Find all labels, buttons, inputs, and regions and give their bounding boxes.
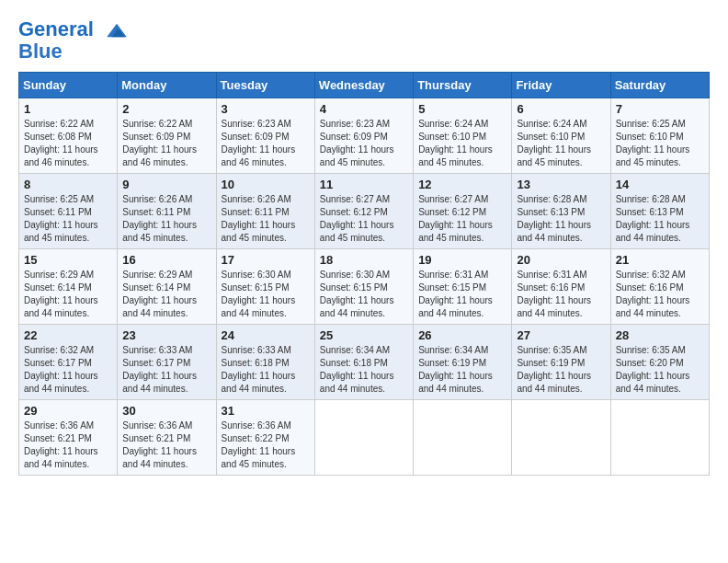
day-detail: Sunrise: 6:23 AMSunset: 6:09 PMDaylight:…: [320, 118, 408, 169]
day-number: 6: [517, 102, 605, 116]
day-detail: Sunrise: 6:33 AMSunset: 6:17 PMDaylight:…: [122, 344, 210, 396]
weekday-header-sunday: Sunday: [19, 73, 118, 98]
day-detail: Sunrise: 6:28 AMSunset: 6:13 PMDaylight:…: [616, 193, 704, 245]
calendar-cell: 16 Sunrise: 6:29 AMSunset: 6:14 PMDaylig…: [118, 249, 216, 325]
day-detail: Sunrise: 6:23 AMSunset: 6:09 PMDaylight:…: [222, 118, 310, 169]
day-number: 28: [616, 328, 704, 342]
day-number: 10: [222, 178, 310, 191]
logo: General Blue: [18, 18, 131, 63]
day-detail: Sunrise: 6:30 AMSunset: 6:15 PMDaylight:…: [320, 269, 408, 320]
day-number: 21: [616, 253, 704, 267]
calendar-cell: [512, 400, 610, 476]
day-number: 15: [24, 253, 112, 267]
calendar-cell: 2 Sunrise: 6:22 AMSunset: 6:09 PMDayligh…: [118, 98, 216, 174]
calendar-cell: 17 Sunrise: 6:30 AMSunset: 6:15 PMDaylig…: [216, 249, 314, 325]
day-detail: Sunrise: 6:34 AMSunset: 6:18 PMDaylight:…: [320, 344, 408, 396]
day-detail: Sunrise: 6:27 AMSunset: 6:12 PMDaylight:…: [320, 193, 408, 245]
day-number: 18: [320, 253, 408, 267]
page-header: General Blue: [18, 18, 710, 63]
weekday-header-friday: Friday: [512, 73, 610, 98]
day-detail: Sunrise: 6:29 AMSunset: 6:14 PMDaylight:…: [24, 269, 112, 320]
day-detail: Sunrise: 6:32 AMSunset: 6:16 PMDaylight:…: [616, 269, 704, 320]
calendar-cell: 8 Sunrise: 6:25 AMSunset: 6:11 PMDayligh…: [19, 174, 118, 249]
calendar-cell: 23 Sunrise: 6:33 AMSunset: 6:17 PMDaylig…: [118, 325, 216, 400]
calendar-cell: [610, 400, 709, 476]
day-number: 7: [616, 102, 704, 116]
calendar-cell: 14 Sunrise: 6:28 AMSunset: 6:13 PMDaylig…: [610, 174, 709, 249]
day-number: 12: [418, 178, 506, 191]
day-number: 26: [418, 328, 506, 342]
calendar-cell: 7 Sunrise: 6:25 AMSunset: 6:10 PMDayligh…: [610, 98, 709, 174]
weekday-header-thursday: Thursday: [414, 73, 512, 98]
day-number: 30: [122, 404, 210, 418]
day-number: 24: [222, 328, 310, 342]
day-detail: Sunrise: 6:36 AMSunset: 6:22 PMDaylight:…: [222, 419, 310, 471]
day-number: 23: [122, 328, 210, 342]
calendar-cell: [314, 400, 413, 476]
calendar-cell: 29 Sunrise: 6:36 AMSunset: 6:21 PMDaylig…: [19, 400, 118, 476]
calendar-cell: 10 Sunrise: 6:26 AMSunset: 6:11 PMDaylig…: [216, 174, 314, 249]
day-number: 1: [24, 102, 112, 116]
day-number: 5: [418, 102, 506, 116]
day-detail: Sunrise: 6:33 AMSunset: 6:18 PMDaylight:…: [222, 344, 310, 396]
day-detail: Sunrise: 6:36 AMSunset: 6:21 PMDaylight:…: [122, 419, 210, 471]
day-number: 27: [517, 328, 605, 342]
weekday-header-monday: Monday: [118, 73, 216, 98]
calendar-cell: 24 Sunrise: 6:33 AMSunset: 6:18 PMDaylig…: [216, 325, 314, 400]
day-number: 29: [24, 404, 112, 418]
day-detail: Sunrise: 6:30 AMSunset: 6:15 PMDaylight:…: [222, 269, 310, 320]
calendar-cell: 20 Sunrise: 6:31 AMSunset: 6:16 PMDaylig…: [512, 249, 610, 325]
calendar-cell: 5 Sunrise: 6:24 AMSunset: 6:10 PMDayligh…: [414, 98, 512, 174]
weekday-header-tuesday: Tuesday: [216, 73, 314, 98]
day-detail: Sunrise: 6:26 AMSunset: 6:11 PMDaylight:…: [122, 193, 210, 245]
calendar-cell: 21 Sunrise: 6:32 AMSunset: 6:16 PMDaylig…: [610, 249, 709, 325]
day-detail: Sunrise: 6:27 AMSunset: 6:12 PMDaylight:…: [418, 193, 506, 245]
day-number: 3: [222, 102, 310, 116]
calendar-week-1: 1 Sunrise: 6:22 AMSunset: 6:08 PMDayligh…: [19, 98, 710, 174]
day-number: 14: [616, 178, 704, 191]
calendar-cell: 3 Sunrise: 6:23 AMSunset: 6:09 PMDayligh…: [216, 98, 314, 174]
day-detail: Sunrise: 6:31 AMSunset: 6:16 PMDaylight:…: [517, 269, 605, 320]
calendar-week-4: 22 Sunrise: 6:32 AMSunset: 6:17 PMDaylig…: [19, 325, 710, 400]
day-detail: Sunrise: 6:22 AMSunset: 6:09 PMDaylight:…: [122, 118, 210, 169]
calendar-cell: 4 Sunrise: 6:23 AMSunset: 6:09 PMDayligh…: [314, 98, 413, 174]
day-detail: Sunrise: 6:26 AMSunset: 6:11 PMDaylight:…: [222, 193, 310, 245]
calendar-cell: 22 Sunrise: 6:32 AMSunset: 6:17 PMDaylig…: [19, 325, 118, 400]
calendar-week-2: 8 Sunrise: 6:25 AMSunset: 6:11 PMDayligh…: [19, 174, 710, 249]
day-number: 11: [320, 178, 408, 191]
day-detail: Sunrise: 6:25 AMSunset: 6:10 PMDaylight:…: [616, 118, 704, 169]
calendar-cell: 12 Sunrise: 6:27 AMSunset: 6:12 PMDaylig…: [414, 174, 512, 249]
calendar-cell: 11 Sunrise: 6:27 AMSunset: 6:12 PMDaylig…: [314, 174, 413, 249]
weekday-header-wednesday: Wednesday: [314, 73, 413, 98]
weekday-header-row: SundayMondayTuesdayWednesdayThursdayFrid…: [19, 73, 710, 98]
calendar-cell: 30 Sunrise: 6:36 AMSunset: 6:21 PMDaylig…: [118, 400, 216, 476]
day-number: 22: [24, 328, 112, 342]
day-detail: Sunrise: 6:24 AMSunset: 6:10 PMDaylight:…: [517, 118, 605, 169]
calendar-cell: 13 Sunrise: 6:28 AMSunset: 6:13 PMDaylig…: [512, 174, 610, 249]
calendar-cell: 28 Sunrise: 6:35 AMSunset: 6:20 PMDaylig…: [610, 325, 709, 400]
day-detail: Sunrise: 6:35 AMSunset: 6:19 PMDaylight:…: [517, 344, 605, 396]
calendar-cell: [414, 400, 512, 476]
day-detail: Sunrise: 6:25 AMSunset: 6:11 PMDaylight:…: [24, 193, 112, 245]
logo-blue: Blue: [18, 40, 131, 63]
day-detail: Sunrise: 6:32 AMSunset: 6:17 PMDaylight:…: [24, 344, 112, 396]
calendar-cell: 6 Sunrise: 6:24 AMSunset: 6:10 PMDayligh…: [512, 98, 610, 174]
day-number: 16: [122, 253, 210, 267]
day-detail: Sunrise: 6:31 AMSunset: 6:15 PMDaylight:…: [418, 269, 506, 320]
day-detail: Sunrise: 6:29 AMSunset: 6:14 PMDaylight:…: [122, 269, 210, 320]
day-number: 19: [418, 253, 506, 267]
calendar-cell: 1 Sunrise: 6:22 AMSunset: 6:08 PMDayligh…: [19, 98, 118, 174]
weekday-header-saturday: Saturday: [610, 73, 709, 98]
calendar-cell: 18 Sunrise: 6:30 AMSunset: 6:15 PMDaylig…: [314, 249, 413, 325]
day-number: 2: [122, 102, 210, 116]
calendar-cell: 19 Sunrise: 6:31 AMSunset: 6:15 PMDaylig…: [414, 249, 512, 325]
calendar-cell: 25 Sunrise: 6:34 AMSunset: 6:18 PMDaylig…: [314, 325, 413, 400]
day-number: 17: [222, 253, 310, 267]
calendar-cell: 27 Sunrise: 6:35 AMSunset: 6:19 PMDaylig…: [512, 325, 610, 400]
calendar-cell: 15 Sunrise: 6:29 AMSunset: 6:14 PMDaylig…: [19, 249, 118, 325]
day-number: 8: [24, 178, 112, 191]
day-detail: Sunrise: 6:24 AMSunset: 6:10 PMDaylight:…: [418, 118, 506, 169]
day-number: 13: [517, 178, 605, 191]
day-detail: Sunrise: 6:35 AMSunset: 6:20 PMDaylight:…: [616, 344, 704, 396]
calendar-cell: 26 Sunrise: 6:34 AMSunset: 6:19 PMDaylig…: [414, 325, 512, 400]
